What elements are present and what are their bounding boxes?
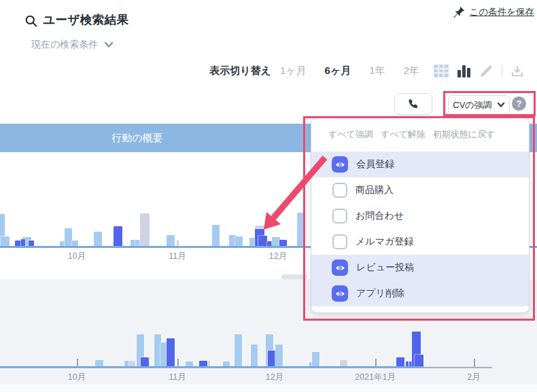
eye-visible-icon[interactable] xyxy=(332,156,348,173)
cv-emphasis-label: CVの強調 xyxy=(453,99,491,111)
switcher-option-2年[interactable]: 2年 xyxy=(404,65,419,77)
chart-bar xyxy=(251,344,258,367)
month-label: 11月 xyxy=(169,372,186,383)
chart-bar xyxy=(140,213,150,247)
dropdown-item[interactable]: お問合わせ xyxy=(311,203,529,229)
dropdown-item[interactable]: レビュー投稿 xyxy=(311,255,529,281)
display-switcher-options: 1ヶ月6ヶ月1年2年 xyxy=(280,65,419,77)
dropdown-item-label: アプリ削除 xyxy=(356,287,404,300)
display-switcher: 表示切り替え 1ヶ月6ヶ月1年2年 xyxy=(209,65,523,77)
dropdown-item[interactable]: 商品購入 xyxy=(311,177,529,203)
page-title: ユーザ検索結果 xyxy=(43,12,129,28)
checkbox-unchecked[interactable] xyxy=(332,234,347,249)
dropdown-action[interactable]: 初期状態に戻す xyxy=(433,128,496,141)
divider xyxy=(502,65,502,77)
dropdown-item-label: 会員登録 xyxy=(356,158,394,171)
chart-bar xyxy=(212,225,220,247)
month-label: 10月 xyxy=(68,251,86,262)
bottom-chart-axis-gray xyxy=(423,367,492,368)
month-label: 2021年1月 xyxy=(355,372,396,383)
checkbox-unchecked[interactable] xyxy=(332,183,347,198)
chart-bar xyxy=(258,236,267,247)
chart-bar xyxy=(297,213,305,247)
secondary-activity-chart xyxy=(0,318,537,367)
chart-bar xyxy=(396,357,404,367)
dropdown-action[interactable]: すべて解除 xyxy=(381,128,426,141)
chart-bar xyxy=(94,232,102,247)
month-label: 11月 xyxy=(169,251,186,262)
dropdown-item-label: お問合わせ xyxy=(356,210,404,222)
chart-bar xyxy=(160,342,167,367)
table-view-icon[interactable] xyxy=(434,65,449,77)
horizontal-scrollbar-thumb[interactable] xyxy=(281,274,307,279)
dropdown-item-label: メルマガ登録 xyxy=(356,236,413,248)
switcher-option-6ヶ月[interactable]: 6ヶ月 xyxy=(325,65,351,77)
dropdown-actions: すべて強調すべて解除初期状態に戻す xyxy=(328,128,495,141)
eye-visible-icon[interactable] xyxy=(332,260,348,276)
current-conditions-toggle[interactable]: 現在の検索条件 xyxy=(31,39,114,51)
save-conditions-link[interactable]: この条件を保存 xyxy=(453,6,534,18)
bottom-chart-axis-blue xyxy=(0,366,423,368)
bar-chart-view-icon[interactable] xyxy=(457,65,471,77)
dropdown-item[interactable]: 会員登録 xyxy=(311,152,529,177)
chart-bar xyxy=(275,344,283,367)
month-label: 12月 xyxy=(266,372,283,383)
pencil-icon[interactable] xyxy=(480,65,493,77)
chart-bar xyxy=(415,355,423,367)
dropdown-item[interactable]: メルマガ登録 xyxy=(311,229,529,255)
chart-bar xyxy=(167,235,175,247)
cv-emphasis-button[interactable]: CVの強調 xyxy=(448,95,510,115)
view-icons xyxy=(434,65,523,77)
bottom-strip xyxy=(0,385,537,392)
dropdown-item-label: 商品購入 xyxy=(356,184,394,196)
search-icon xyxy=(24,14,38,31)
chart-bar xyxy=(1,236,10,247)
phone-icon xyxy=(408,99,419,110)
dropdown-action[interactable]: すべて強調 xyxy=(328,128,373,141)
chart-bar xyxy=(167,338,175,367)
dropdown-item[interactable]: アプリ削除 xyxy=(311,281,529,306)
save-conditions-label: この条件を保存 xyxy=(470,6,534,18)
chart-bar xyxy=(141,357,149,367)
month-label: 12月 xyxy=(269,251,287,262)
chevron-down-icon xyxy=(497,102,505,108)
chart-bar xyxy=(235,334,242,367)
switcher-option-1ヶ月[interactable]: 1ヶ月 xyxy=(280,65,307,77)
dropdown-item-label: レビュー投稿 xyxy=(356,262,414,274)
chart-bar xyxy=(65,228,72,247)
month-label: 10月 xyxy=(68,372,86,383)
current-conditions-label: 現在の検索条件 xyxy=(31,39,98,51)
chevron-down-icon xyxy=(104,41,114,48)
chart-bar xyxy=(114,226,122,247)
help-icon[interactable]: ? xyxy=(512,96,526,111)
phone-button[interactable] xyxy=(394,93,432,115)
month-label: 2月 xyxy=(467,372,480,383)
dropdown-item-list: 会員登録商品購入お問合わせメルマガ登録レビュー投稿アプリ削除 xyxy=(311,152,529,306)
pushpin-icon xyxy=(453,6,465,18)
display-switcher-label: 表示切り替え xyxy=(209,65,271,77)
axis-tick xyxy=(474,359,475,367)
eye-visible-icon[interactable] xyxy=(332,285,348,302)
chart-bar xyxy=(235,236,243,247)
chart-bar xyxy=(312,352,319,367)
cv-emphasis-dropdown: すべて強調すべて解除初期状態に戻す 会員登録商品購入お問合わせメルマガ登録レビュ… xyxy=(311,118,530,313)
switcher-option-1年[interactable]: 1年 xyxy=(369,65,385,77)
section-header-label: 行動の概要 xyxy=(0,124,275,152)
checkbox-unchecked[interactable] xyxy=(332,209,347,224)
user-search-results-page: ユーザ検索結果 現在の検索条件 この条件を保存 表示切り替え 1ヶ月6ヶ月1年2… xyxy=(0,0,537,392)
download-icon[interactable] xyxy=(511,65,523,77)
